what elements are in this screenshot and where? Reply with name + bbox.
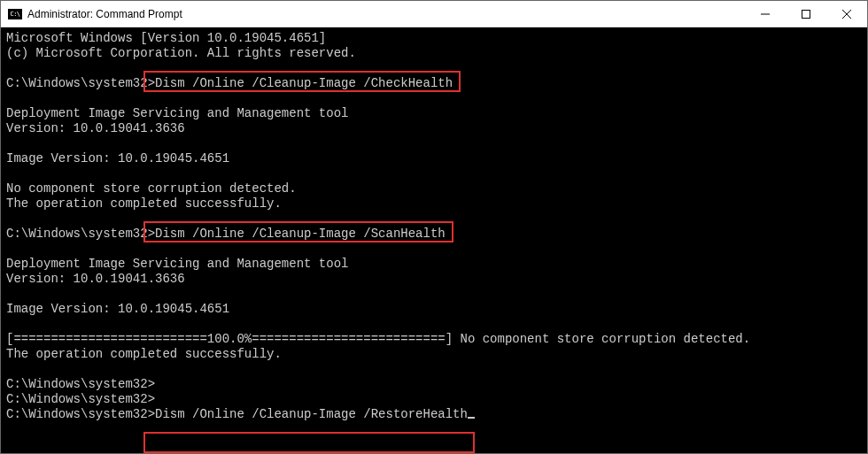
command-text: Dism /Online /Cleanup-Image /ScanHealth: [155, 227, 446, 241]
prompt-path: C:\Windows\system32>: [6, 392, 155, 406]
terminal-line: Deployment Image Servicing and Managemen…: [6, 257, 348, 271]
command-prompt-window: Administrator: Command Prompt Microsoft …: [0, 0, 868, 454]
text-cursor: [468, 417, 475, 419]
window-title: Administrator: Command Prompt: [27, 8, 745, 20]
terminal-line: The operation completed successfully.: [6, 347, 282, 361]
window-controls: [745, 1, 867, 27]
terminal-line: Image Version: 10.0.19045.4651: [6, 151, 229, 165]
highlight-box: [143, 432, 475, 453]
svg-rect-1: [802, 10, 810, 18]
prompt-path: C:\Windows\system32>: [6, 227, 155, 241]
command-text: Dism /Online /Cleanup-Image /RestoreHeal…: [155, 407, 468, 421]
terminal-line: No component store corruption detected.: [6, 181, 297, 196]
terminal-line: Version: 10.0.19041.3636: [6, 121, 185, 135]
prompt-path: C:\Windows\system32>: [6, 76, 155, 90]
terminal-line: Version: 10.0.19041.3636: [6, 272, 185, 286]
terminal-line: Image Version: 10.0.19045.4651: [6, 302, 229, 316]
terminal-line: [==========================100.0%=======…: [6, 332, 750, 346]
maximize-button[interactable]: [786, 1, 826, 27]
prompt-path: C:\Windows\system32>: [6, 377, 155, 391]
minimize-button[interactable]: [745, 1, 786, 27]
terminal-line: The operation completed successfully.: [6, 196, 282, 211]
close-button[interactable]: [826, 1, 867, 27]
prompt-path: C:\Windows\system32>: [6, 407, 155, 421]
titlebar[interactable]: Administrator: Command Prompt: [1, 1, 867, 27]
terminal-line: Deployment Image Servicing and Managemen…: [6, 106, 348, 120]
cmd-icon: [8, 9, 22, 19]
terminal-line: (c) Microsoft Corporation. All rights re…: [6, 46, 356, 60]
command-text: Dism /Online /Cleanup-Image /CheckHealth: [155, 76, 453, 90]
terminal-area[interactable]: Microsoft Windows [Version 10.0.19045.46…: [1, 27, 867, 453]
terminal-line: Microsoft Windows [Version 10.0.19045.46…: [6, 31, 326, 45]
